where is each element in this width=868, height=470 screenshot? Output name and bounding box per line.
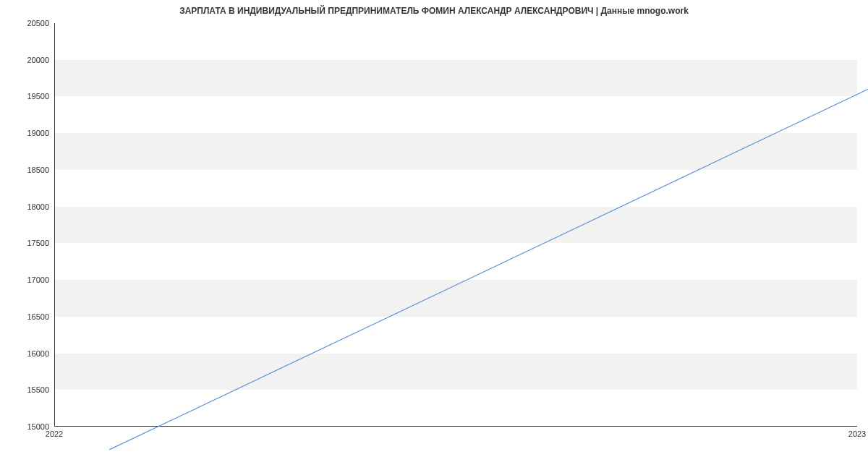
y-tick-label: 16000 [6, 349, 49, 358]
chart-title: ЗАРПЛАТА В ИНДИВИДУАЛЬНЫЙ ПРЕДПРИНИМАТЕЛ… [0, 6, 868, 16]
y-tick-label: 17500 [6, 239, 49, 247]
y-tick-label: 18000 [6, 202, 49, 211]
grid-band [55, 207, 857, 244]
grid-band [55, 60, 857, 97]
grid-band [55, 280, 857, 317]
plot-area [54, 23, 857, 427]
y-tick-label: 15000 [6, 422, 49, 431]
y-tick-label: 16500 [6, 312, 49, 321]
chart-container: ЗАРПЛАТА В ИНДИВИДУАЛЬНЫЙ ПРЕДПРИНИМАТЕЛ… [0, 0, 868, 470]
y-tick-label: 19500 [6, 92, 49, 101]
y-tick-label: 15500 [6, 385, 49, 394]
y-tick-label: 18500 [6, 166, 49, 174]
y-tick-label: 19000 [6, 129, 49, 137]
y-tick-label: 20500 [6, 19, 49, 27]
y-tick-label: 20000 [6, 56, 49, 64]
x-tick-label: 2022 [46, 430, 63, 438]
x-tick-label: 2023 [848, 430, 866, 438]
y-tick-label: 17000 [6, 275, 49, 284]
grid-band [55, 133, 857, 170]
grid-band [55, 354, 857, 390]
